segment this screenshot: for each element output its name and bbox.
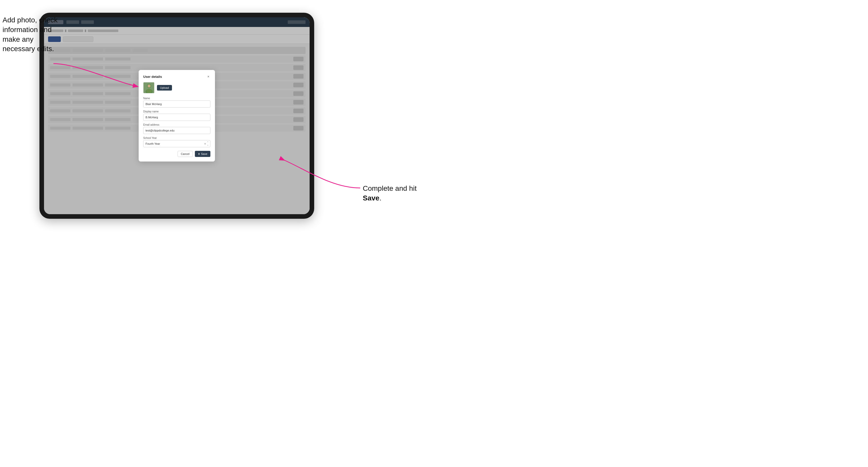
name-field-group: Name (143, 97, 210, 107)
svg-point-5 (148, 85, 151, 88)
display-name-input[interactable] (143, 114, 210, 121)
annotation-right-end: . (379, 194, 381, 202)
close-button[interactable]: × (206, 74, 210, 79)
modal-header: User details × (143, 74, 210, 79)
arrow-left-indicator (51, 61, 140, 93)
save-button-label: Save (201, 152, 207, 155)
annotation-right-bold: Save (363, 194, 379, 202)
email-input[interactable] (143, 127, 210, 134)
annotation-right-text: Complete and hit (363, 184, 417, 192)
save-icon: ⬆ (198, 153, 200, 155)
tablet-screen: User details × (44, 17, 310, 214)
annotation-right: Complete and hit Save. (363, 184, 429, 203)
svg-point-6 (146, 89, 152, 93)
photo-section: Upload (143, 82, 210, 93)
school-year-select-wrapper: Fourth Year First Year Second Year Third… (143, 140, 210, 147)
save-button[interactable]: ⬆ Save (195, 151, 210, 157)
modal-overlay: User details × (44, 17, 310, 214)
arrow-right-indicator (281, 155, 363, 191)
display-name-field-group: Display name (143, 110, 210, 121)
name-label: Name (143, 97, 210, 100)
school-year-label: School Year (143, 136, 210, 139)
photo-thumbnail (143, 82, 154, 93)
email-field-group: Email address (143, 123, 210, 134)
app-background: User details × (44, 17, 310, 214)
school-year-select[interactable]: Fourth Year First Year Second Year Third… (143, 140, 210, 147)
user-details-modal: User details × (138, 70, 215, 161)
modal-title: User details (143, 75, 162, 79)
school-year-field-group: School Year Fourth Year First Year Secon… (143, 136, 210, 147)
name-input[interactable] (143, 100, 210, 107)
person-photo-icon (144, 83, 154, 93)
tablet-device: User details × (39, 13, 314, 219)
modal-footer: Cancel ⬆ Save (143, 151, 210, 157)
upload-button[interactable]: Upload (157, 85, 172, 91)
cancel-button[interactable]: Cancel (178, 151, 193, 157)
email-label: Email address (143, 123, 210, 126)
annotation-left: Add photo, check information and make an… (3, 15, 61, 54)
display-name-label: Display name (143, 110, 210, 113)
